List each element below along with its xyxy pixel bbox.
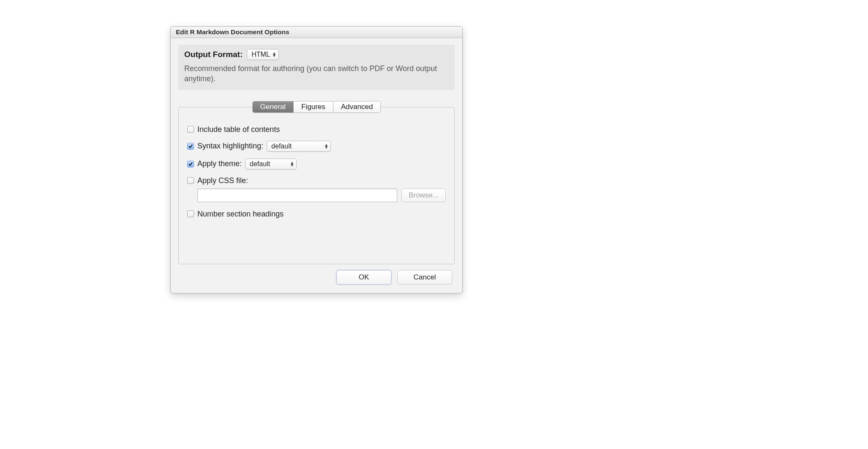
syntax-highlighting-select[interactable]: default ▲▼ — [267, 141, 331, 152]
number-headings-checkbox[interactable] — [187, 211, 194, 217]
output-format-panel: Output Format: HTML ▲▼ Recommended forma… — [178, 45, 455, 90]
ok-button[interactable]: OK — [336, 270, 391, 285]
dialog-footer: OK Cancel — [178, 264, 455, 289]
browse-button[interactable]: Browse... — [401, 189, 446, 202]
tab-advanced[interactable]: Advanced — [333, 101, 381, 112]
include-toc-label: Include table of contents — [197, 125, 280, 134]
dialog-content: Output Format: HTML ▲▼ Recommended forma… — [171, 38, 462, 293]
cancel-button[interactable]: Cancel — [397, 270, 452, 285]
general-panel: Include table of contents Syntax highlig… — [178, 107, 455, 264]
select-arrows-icon: ▲▼ — [324, 144, 328, 149]
apply-css-label: Apply CSS file: — [197, 176, 248, 185]
select-arrows-icon: ▲▼ — [290, 162, 294, 167]
apply-theme-value: default — [250, 160, 270, 168]
apply-css-checkbox[interactable] — [187, 177, 194, 184]
tabs-container: General Figures Advanced — [178, 101, 455, 113]
include-toc-checkbox[interactable] — [187, 126, 194, 133]
apply-theme-label: Apply theme: — [197, 159, 242, 168]
apply-theme-checkbox[interactable] — [187, 161, 194, 167]
number-headings-label: Number section headings — [197, 210, 284, 219]
syntax-highlighting-value: default — [271, 142, 292, 150]
output-format-value: HTML — [251, 51, 270, 58]
apply-theme-select[interactable]: default ▲▼ — [245, 159, 297, 170]
dialog-title: Edit R Markdown Document Options — [171, 27, 462, 38]
select-arrows-icon: ▲▼ — [272, 52, 276, 57]
output-format-description: Recommended format for authoring (you ca… — [184, 63, 449, 84]
options-dialog: Edit R Markdown Document Options Output … — [170, 26, 463, 293]
output-format-select[interactable]: HTML ▲▼ — [247, 49, 279, 60]
tab-general[interactable]: General — [253, 101, 294, 112]
tab-figures[interactable]: Figures — [294, 101, 333, 112]
syntax-highlighting-checkbox[interactable] — [187, 143, 194, 150]
syntax-highlighting-label: Syntax highlighting: — [197, 142, 263, 151]
output-format-label: Output Format: — [184, 50, 243, 59]
css-file-input[interactable] — [197, 189, 397, 202]
